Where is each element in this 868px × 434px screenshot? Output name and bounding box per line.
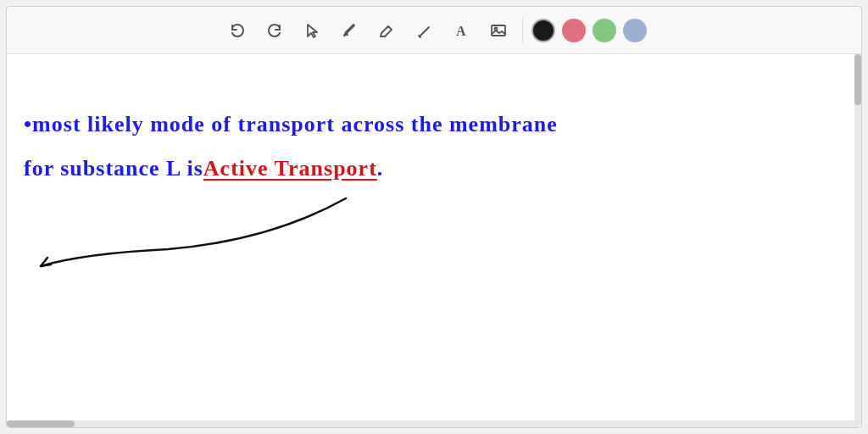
decoration-arrow <box>15 173 371 275</box>
undo-button[interactable] <box>222 15 253 46</box>
toolbar: A <box>7 7 861 54</box>
select-tool-button[interactable] <box>297 15 327 46</box>
horizontal-scrollbar[interactable] <box>7 420 861 427</box>
text-tool-button[interactable]: A <box>446 15 476 46</box>
color-swatch-red[interactable] <box>562 19 586 42</box>
svg-point-5 <box>494 27 497 30</box>
horizontal-scrollbar-thumb[interactable] <box>7 420 75 427</box>
text-line2: for substance L is Active Transport . <box>24 156 383 181</box>
text-line2-highlight: Active Transport <box>203 156 377 181</box>
svg-rect-4 <box>492 25 505 36</box>
whiteboard: A •most likely mode of transport across … <box>6 6 862 428</box>
image-tool-button[interactable] <box>483 15 514 46</box>
redo-button[interactable] <box>259 15 290 46</box>
highlighter-tool-button[interactable] <box>409 15 439 46</box>
text-line1: •most likely mode of transport across th… <box>24 112 558 137</box>
vertical-scrollbar[interactable] <box>854 54 861 420</box>
text-line2-suffix: . <box>377 156 384 181</box>
pen-tool-button[interactable] <box>334 15 364 46</box>
canvas-area[interactable]: •most likely mode of transport across th… <box>7 54 861 427</box>
color-swatch-green[interactable] <box>593 19 616 42</box>
toolbar-divider <box>522 19 523 42</box>
svg-line-1 <box>420 27 429 36</box>
text-line2-prefix: for substance L is <box>24 156 203 181</box>
color-swatch-black[interactable] <box>531 19 555 42</box>
svg-text:A: A <box>456 24 466 38</box>
color-swatch-blue[interactable] <box>623 19 647 42</box>
vertical-scrollbar-thumb[interactable] <box>854 54 861 105</box>
eraser-tool-button[interactable] <box>371 15 402 46</box>
